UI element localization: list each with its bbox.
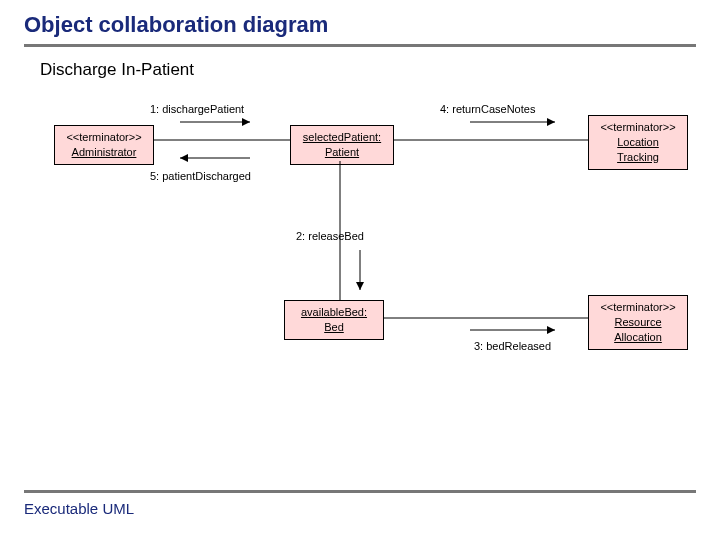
footer-text: Executable UML [24, 500, 134, 517]
svg-marker-7 [547, 118, 555, 126]
message-4: 4: returnCaseNotes [440, 103, 535, 115]
divider-top [24, 44, 696, 47]
node-label: Location Tracking [595, 135, 681, 165]
node-administrator: <<terminator>> Administrator [54, 125, 154, 165]
svg-marker-2 [242, 118, 250, 126]
divider-bottom [24, 490, 696, 493]
svg-marker-4 [180, 154, 188, 162]
node-stereotype: <<terminator>> [66, 131, 141, 143]
node-label: Administrator [61, 145, 147, 160]
message-5: 5: patientDischarged [150, 170, 251, 182]
node-stereotype: <<terminator>> [600, 301, 675, 313]
node-stereotype: <<terminator>> [600, 121, 675, 133]
node-label: Resource Allocation [595, 315, 681, 345]
svg-marker-13 [547, 326, 555, 334]
page-title: Object collaboration diagram [24, 12, 328, 38]
node-location-tracking: <<terminator>> Location Tracking [588, 115, 688, 170]
diagram-subtitle: Discharge In-Patient [40, 60, 194, 80]
message-3: 3: bedReleased [474, 340, 551, 352]
diagram-connectors [0, 0, 720, 540]
node-label: selectedPatient: [297, 130, 387, 145]
node-label: availableBed: [291, 305, 377, 320]
svg-marker-10 [356, 282, 364, 290]
node-type: Bed [291, 320, 377, 335]
message-1: 1: dischargePatient [150, 103, 244, 115]
node-bed: availableBed: Bed [284, 300, 384, 340]
message-2: 2: releaseBed [296, 230, 364, 242]
node-type: Patient [297, 145, 387, 160]
node-resource-allocation: <<terminator>> Resource Allocation [588, 295, 688, 350]
node-patient: selectedPatient: Patient [290, 125, 394, 165]
